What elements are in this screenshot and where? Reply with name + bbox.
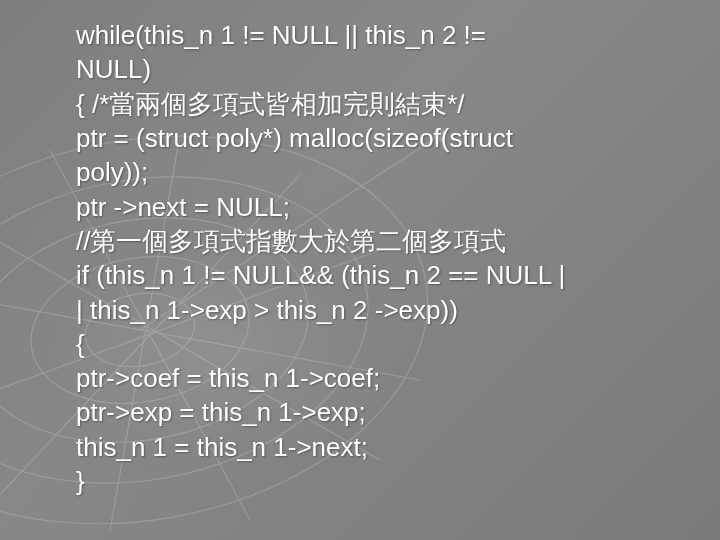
code-block: while(this_n 1 != NULL || this_n 2 != NU… <box>76 18 680 498</box>
code-line: ptr->coef = this_n 1->coef; <box>76 361 680 395</box>
code-line: if (this_n 1 != NULL&& (this_n 2 == NULL… <box>76 258 680 292</box>
code-line: ptr->exp = this_n 1->exp; <box>76 395 680 429</box>
code-line: this_n 1 = this_n 1->next; <box>76 430 680 464</box>
code-line: ptr ->next = NULL; <box>76 190 680 224</box>
code-line: { <box>76 327 680 361</box>
code-line: ptr = (struct poly*) malloc(sizeof(struc… <box>76 121 680 155</box>
code-line: while(this_n 1 != NULL || this_n 2 != <box>76 18 680 52</box>
code-line: { /*當兩個多項式皆相加完則結束*/ <box>76 87 680 121</box>
code-line: | this_n 1->exp > this_n 2 ->exp)) <box>76 293 680 327</box>
code-line: //第一個多項式指數大於第二個多項式 <box>76 224 680 258</box>
code-line: poly)); <box>76 155 680 189</box>
code-line: } <box>76 464 680 498</box>
code-line: NULL) <box>76 52 680 86</box>
